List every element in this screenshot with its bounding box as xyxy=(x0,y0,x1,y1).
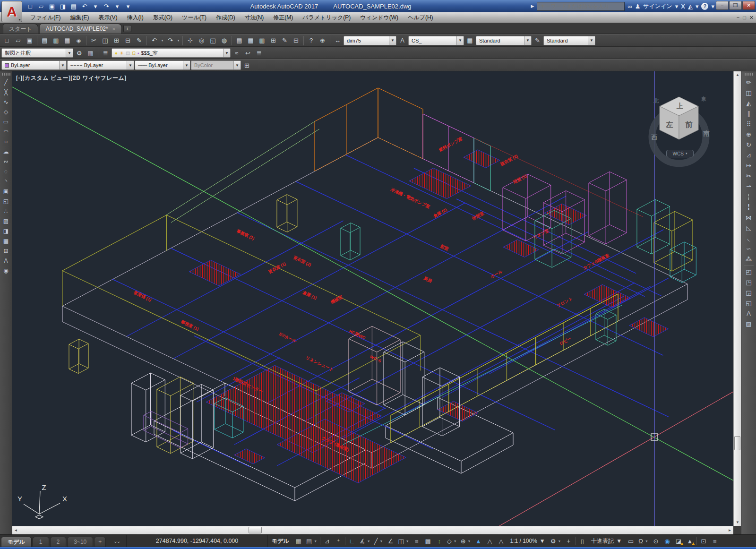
explode-button[interactable]: ⁂ xyxy=(743,254,755,264)
object-snap-tracking-arrow-icon[interactable]: ▼ xyxy=(380,540,383,543)
join-button[interactable]: ⋈ xyxy=(743,212,755,223)
mirror-button[interactable]: ◭ xyxy=(743,98,755,108)
infer-constraints-toggle[interactable]: ⊿ xyxy=(321,536,333,546)
object-snap-tracking-toggle[interactable]: ╱▼ xyxy=(372,536,385,546)
close-button[interactable]: ✕ xyxy=(742,1,755,10)
mdi-control-2[interactable]: ✕ xyxy=(749,15,754,21)
annotation-visibility-toggle[interactable]: ▲ xyxy=(472,536,484,546)
text-style-select[interactable]: CS_▼ xyxy=(408,36,464,45)
table-style-select[interactable]: Standard▼ xyxy=(476,36,532,45)
bring-to-front-button[interactable]: ◰ xyxy=(743,266,755,277)
exchange-apps-icon[interactable]: X xyxy=(681,3,685,10)
tab-close-icon[interactable]: ✕ xyxy=(112,26,116,32)
layer-previous-button[interactable]: ↩ xyxy=(242,48,253,58)
dynamic-ucs-arrow-icon[interactable]: ▼ xyxy=(454,540,457,543)
graphics-performance-toggle[interactable]: ◪ xyxy=(673,536,684,546)
mleader-style-icon[interactable]: ✎ xyxy=(532,35,543,46)
hardware-acceleration-toggle[interactable]: ◉ xyxy=(662,536,673,546)
redo-list-button[interactable]: ▾ xyxy=(176,35,180,46)
lineweight-display-toggle[interactable]: ≡ xyxy=(411,536,422,546)
cut-button[interactable]: ✂ xyxy=(88,35,99,46)
tool-palettes-button[interactable]: ▥ xyxy=(257,35,267,46)
signin-arrow-icon[interactable]: ▾ xyxy=(675,3,679,10)
menu-item-4[interactable]: 形式(O) xyxy=(148,12,177,23)
ellipse-arc-button[interactable]: ◝ xyxy=(1,176,11,186)
layout-chevron-icon[interactable]: ⌄⌄ xyxy=(113,539,120,544)
paste-block-button[interactable]: ⊟ xyxy=(122,35,133,46)
a360-arrow-icon[interactable]: ▾ xyxy=(696,3,699,10)
menu-item-9[interactable]: パラメトリック(P) xyxy=(298,12,355,23)
menu-item-6[interactable]: 作成(D) xyxy=(211,12,240,23)
color-select-arrow-icon[interactable]: ▼ xyxy=(59,61,66,69)
vertical-scroll-thumb[interactable] xyxy=(734,436,740,450)
break-button[interactable]: ╏ xyxy=(743,202,755,212)
quick-calc-button[interactable]: ⊟ xyxy=(291,35,301,46)
annotation-scale-arrow-icon[interactable]: ▼ xyxy=(540,538,545,544)
menu-item-7[interactable]: 寸法(N) xyxy=(240,12,269,23)
table-button[interactable]: ⊞ xyxy=(1,246,11,256)
revision-cloud-button[interactable]: ☁ xyxy=(1,146,11,156)
circle-button[interactable]: ○ xyxy=(1,137,11,146)
scroll-down-arrow[interactable]: ▼ xyxy=(734,519,741,526)
model-space-canvas[interactable]: [-][カスタム ビュー][2D ワイヤフレーム] 燃料ポンプ室冷凍機・電気ポン… xyxy=(12,71,733,526)
undo-button[interactable]: ↶ xyxy=(149,35,160,46)
signin-label[interactable]: サインイン xyxy=(643,2,672,10)
properties-list-button[interactable]: ⊞ xyxy=(241,60,252,70)
spline-button[interactable]: ∾ xyxy=(1,156,11,166)
create-block-button[interactable]: ◱ xyxy=(1,196,11,206)
annotation-scale-select[interactable]: 1:1 / 100%▼ xyxy=(507,536,548,546)
osnap-3d-toggle[interactable]: ◫▼ xyxy=(396,536,411,546)
restore-button[interactable]: ❐ xyxy=(729,1,742,10)
plot-style-select[interactable]: ByColor▼ xyxy=(191,60,241,70)
model-space-button[interactable]: モデル xyxy=(268,537,293,545)
extend-button[interactable]: ⇀ xyxy=(743,181,755,191)
layer-states-button[interactable]: ≣ xyxy=(254,48,265,58)
qat-overflow-button[interactable]: ▾ xyxy=(123,2,133,10)
application-menu-button[interactable]: A ▼ xyxy=(1,1,22,22)
osnap-3d-arrow-icon[interactable]: ▼ xyxy=(406,540,409,543)
undo-arrow-button[interactable]: ▾ xyxy=(91,2,100,10)
offset-button[interactable]: ∥ xyxy=(743,108,755,119)
move-button[interactable]: ⊕ xyxy=(743,129,755,139)
layout-tab-3~10[interactable]: 3~10 xyxy=(67,537,93,547)
workspace-switch-arrow-icon[interactable]: ▼ xyxy=(558,540,561,543)
linetype-select[interactable]: − − − −ByLayer▼ xyxy=(67,60,134,70)
linetype-select-arrow-icon[interactable]: ▼ xyxy=(127,61,134,69)
line-button[interactable]: ╱ xyxy=(1,77,11,87)
viewport-frame-button[interactable]: ▦ xyxy=(85,48,96,58)
trim-button[interactable]: ✂ xyxy=(743,171,755,181)
zoom-previous-button[interactable]: ◍ xyxy=(219,35,230,46)
ellipse-button[interactable]: ◌ xyxy=(1,166,11,176)
add-layout-button[interactable]: + xyxy=(94,537,106,547)
rectangle-button[interactable]: ▭ xyxy=(1,117,11,127)
paste-button[interactable]: ⊞ xyxy=(111,35,122,46)
arc-button[interactable]: ◠ xyxy=(1,127,11,137)
wcs-selector[interactable]: WCS ▾ xyxy=(666,150,694,157)
match-layer-button[interactable]: ≈ xyxy=(231,48,242,58)
undo-button[interactable]: ↶ xyxy=(80,2,89,10)
pan-button[interactable]: ⊹ xyxy=(185,35,196,46)
lock-ui-toggle[interactable]: Ω▼ xyxy=(636,536,650,546)
object-snap-toggle[interactable]: ∠ xyxy=(385,536,396,546)
menu-item-5[interactable]: ツール(T) xyxy=(177,12,211,23)
layout-tab-2[interactable]: 2 xyxy=(50,537,67,547)
redo-arrow-button[interactable]: ▾ xyxy=(112,2,122,10)
send-under-button[interactable]: ◱ xyxy=(743,298,755,308)
sheet-set-manager-button[interactable]: ⊞ xyxy=(268,35,279,46)
menu-item-11[interactable]: ヘルプ(H) xyxy=(403,12,438,23)
3d-dwf-button[interactable]: ◈ xyxy=(73,35,84,46)
layer-select[interactable]: ●☀▤Ω▪$$$_室▼ xyxy=(112,48,231,58)
send-to-back-button[interactable]: ◳ xyxy=(743,277,755,287)
new-file-button[interactable]: □ xyxy=(26,2,35,10)
zoom-realtime-button[interactable]: ◎ xyxy=(196,35,207,46)
redo-button[interactable]: ↷ xyxy=(102,2,111,10)
lineweight-select-arrow-icon[interactable]: ▼ xyxy=(183,61,190,69)
bring-above-button[interactable]: ◲ xyxy=(743,287,755,298)
chamfer-button[interactable]: ◺ xyxy=(743,223,755,233)
annotation-current-toggle[interactable]: △ xyxy=(495,536,507,546)
properties-button[interactable]: ▤ xyxy=(234,35,245,46)
toolbar-grip[interactable] xyxy=(745,73,753,76)
grid-display-toggle[interactable]: ▦ xyxy=(293,536,304,546)
dim-style-select[interactable]: dim75▼ xyxy=(344,36,396,45)
toolbar-grip[interactable] xyxy=(2,73,10,76)
